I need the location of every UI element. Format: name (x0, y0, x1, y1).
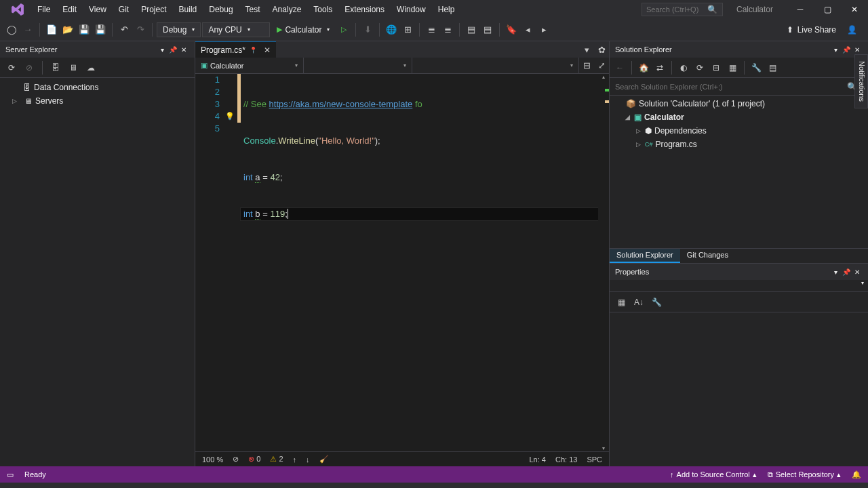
start-no-debug-icon[interactable]: ▷ (336, 22, 351, 37)
refresh-icon[interactable]: ⟳ (4, 60, 19, 75)
project-node[interactable]: ◢ ▣ Calculator (610, 110, 868, 124)
menu-extensions[interactable]: Extensions (339, 2, 390, 17)
tab-program-cs[interactable]: Program.cs* 📍 ✕ (195, 41, 276, 58)
close-button[interactable]: ✕ (841, 0, 868, 18)
swap-icon[interactable]: ⤢ (594, 58, 609, 73)
tab-pin-icon[interactable]: 📍 (250, 47, 257, 54)
open-icon[interactable]: 📂 (60, 22, 75, 37)
panel-close-icon[interactable]: ✕ (852, 46, 863, 54)
panel-dropdown-icon[interactable]: ▾ (830, 46, 841, 54)
panel-close-icon[interactable]: ✕ (852, 268, 863, 276)
account-icon[interactable]: 👤 (847, 25, 857, 35)
layout-icon[interactable]: ⊞ (400, 22, 415, 37)
warning-count[interactable]: ⚠ 2 (270, 455, 283, 464)
expand-icon[interactable]: ▷ (12, 98, 20, 104)
solution-search-input[interactable] (615, 83, 847, 91)
bookmark-prev-icon[interactable]: ◂ (520, 22, 535, 37)
menu-view[interactable]: View (83, 2, 112, 17)
file-program-cs[interactable]: ▷ C# Program.cs (610, 138, 868, 151)
nav-member-dropdown[interactable]: ▾ (412, 58, 579, 73)
live-share-button[interactable]: ⬆ Live Share 👤 (780, 25, 864, 35)
panel-close-icon[interactable]: ✕ (178, 46, 189, 54)
dependencies-node[interactable]: ▷ ⬢ Dependencies (610, 124, 868, 138)
categorized-icon[interactable]: ▦ (614, 295, 629, 310)
overview-ruler[interactable]: ▴ ▾ (598, 74, 609, 451)
step-icon[interactable]: ⬇ (360, 22, 375, 37)
configuration-dropdown[interactable]: Debug▾ (157, 22, 201, 37)
switch-view-icon[interactable]: ⇄ (652, 60, 667, 75)
pin-icon[interactable]: 📌 (167, 46, 178, 54)
sync-icon[interactable]: ⟳ (692, 60, 707, 75)
stop-icon[interactable]: ⊘ (22, 60, 37, 75)
char-indicator[interactable]: Ch: 13 (555, 455, 577, 464)
menu-build[interactable]: Build (174, 2, 203, 17)
save-all-icon[interactable]: 💾 (93, 22, 108, 37)
alphabetical-icon[interactable]: A↓ (631, 295, 646, 310)
menu-edit[interactable]: Edit (57, 2, 82, 17)
pin-icon[interactable]: 📌 (841, 268, 852, 276)
tab-close-icon[interactable]: ✕ (264, 45, 271, 55)
solution-search[interactable]: 🔍 ▾ (610, 78, 868, 96)
line-indicator[interactable]: Ln: 4 (529, 455, 545, 464)
properties-icon[interactable]: 🔧 (749, 60, 764, 75)
tree-data-connections[interactable]: 🗄 Data Connections (0, 81, 195, 94)
lightbulb-icon[interactable]: 💡 (225, 112, 235, 121)
pin-icon[interactable]: 📌 (841, 46, 852, 54)
save-icon[interactable]: 💾 (77, 22, 92, 37)
menu-window[interactable]: Window (391, 2, 431, 17)
indent-icon[interactable]: ≣ (440, 22, 455, 37)
split-icon[interactable]: ⊟ (579, 58, 594, 73)
new-project-icon[interactable]: 📄 (44, 22, 59, 37)
quick-search[interactable]: 🔍 (642, 3, 723, 16)
bookmark-icon[interactable]: 🔖 (504, 22, 519, 37)
nav-project-dropdown[interactable]: ▣ Calculator ▾ (195, 58, 304, 73)
no-issues-icon[interactable]: ⊘ (233, 455, 239, 464)
menu-project[interactable]: Project (136, 2, 172, 17)
panel-dropdown-icon[interactable]: ▾ (830, 268, 841, 276)
redo-icon[interactable]: ↷ (133, 22, 148, 37)
zoom-level[interactable]: 100 % (202, 455, 223, 464)
clean-icon[interactable]: 🧹 (319, 455, 329, 464)
connect-server-icon[interactable]: 🖥 (66, 60, 81, 75)
azure-icon[interactable]: ☁ (83, 60, 98, 75)
platform-dropdown[interactable]: Any CPU▾ (202, 22, 270, 37)
collapse-icon[interactable]: ⊟ (709, 60, 724, 75)
add-source-control[interactable]: ↑ Add to Source Control ▴ (670, 470, 757, 479)
nav-fwd-icon[interactable]: → (20, 22, 35, 37)
expand-icon[interactable]: ▷ (634, 141, 642, 148)
browser-link-icon[interactable]: 🌐 (384, 22, 399, 37)
back-icon[interactable]: ← (612, 60, 627, 75)
uncomment-icon[interactable]: ▤ (480, 22, 495, 37)
maximize-button[interactable]: ▢ (814, 0, 841, 18)
start-debug-button[interactable]: ▶Calculator▾ (271, 24, 335, 36)
menu-debug[interactable]: Debug (203, 2, 238, 17)
notifications-tab[interactable]: Notifications (854, 54, 868, 108)
tab-settings-icon[interactable]: ✿ (594, 42, 609, 57)
nav-down-icon[interactable]: ↓ (306, 455, 310, 464)
collapse-icon[interactable]: ◢ (623, 114, 631, 121)
quick-search-input[interactable] (646, 5, 707, 14)
tree-servers[interactable]: ▷ 🖥 Servers (0, 94, 195, 108)
pending-icon[interactable]: ◐ (676, 60, 691, 75)
nav-type-dropdown[interactable]: ▾ (304, 58, 412, 73)
error-count[interactable]: ⊗ 0 (248, 455, 260, 464)
notifications-bell-icon[interactable]: 🔔 (852, 470, 861, 479)
output-icon[interactable]: ▭ (7, 470, 14, 479)
connect-db-icon[interactable]: 🗄 (48, 60, 63, 75)
panel-dropdown-icon[interactable]: ▾ (157, 46, 167, 54)
tab-git-changes[interactable]: Git Changes (680, 249, 735, 263)
nav-back-icon[interactable]: ◯ (4, 22, 19, 37)
tab-dropdown-icon[interactable]: ▾ (579, 42, 594, 57)
select-repository[interactable]: ⧉ Select Repository ▴ (768, 470, 841, 479)
solution-node[interactable]: 📦 Solution 'Calculator' (1 of 1 project) (610, 97, 868, 110)
nav-up-icon[interactable]: ↑ (293, 455, 297, 464)
code-text[interactable]: // See https://aka.ms/new-console-templa… (241, 74, 598, 451)
menu-test[interactable]: Test (240, 2, 266, 17)
menu-git[interactable]: Git (113, 2, 134, 17)
show-all-icon[interactable]: ▦ (725, 60, 740, 75)
comment-icon[interactable]: ▤ (464, 22, 479, 37)
minimize-button[interactable]: ─ (787, 0, 814, 18)
home-icon[interactable]: 🏠 (636, 60, 651, 75)
bookmark-next-icon[interactable]: ▸ (536, 22, 551, 37)
menu-tools[interactable]: Tools (308, 2, 338, 17)
